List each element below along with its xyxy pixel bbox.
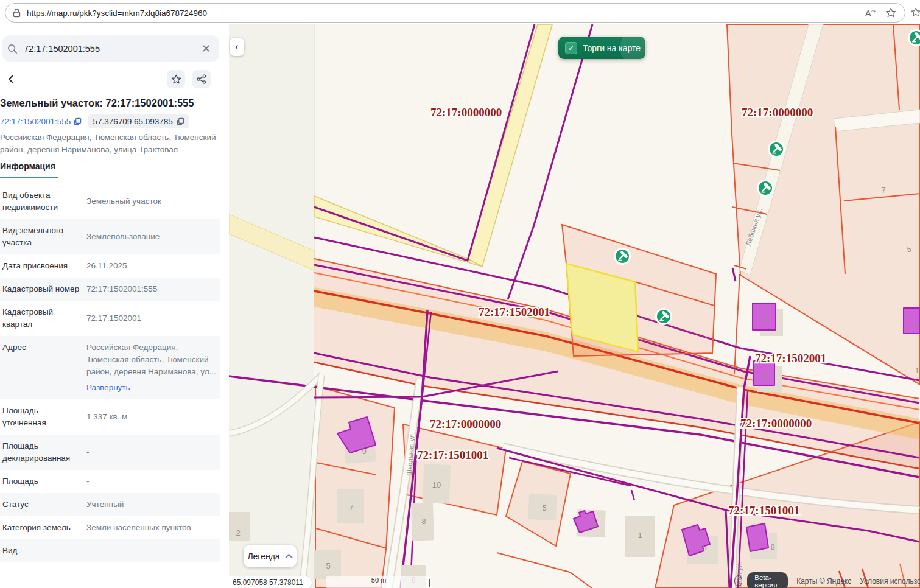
- browser-toolbar: https://map.ru/pkk?ysclid=mkm7xlq8ia6787…: [0, 0, 920, 25]
- table-row-address: АдресРоссийская Федерация, Тюменская обл…: [0, 336, 220, 399]
- attribution-bar: i Beta-версия Карты © Яндекс Условия исп…: [734, 574, 920, 588]
- share-icon: [197, 74, 206, 84]
- auction-marker[interactable]: [655, 308, 672, 325]
- url-text[interactable]: https://map.ru/pkk?ysclid=mkm7xlq8ia6787…: [27, 9, 865, 18]
- svg-text:2: 2: [762, 371, 767, 380]
- expand-address-link[interactable]: Развернуть: [86, 382, 217, 394]
- table-row: Кадастровый номер72:17:1502001:555: [0, 278, 220, 301]
- info-sidebar: 72:17:1502001:555 ✕: [0, 24, 229, 588]
- table-row: Вид земельного участкаЗемлепользование: [0, 219, 220, 254]
- legend-button[interactable]: Легенда: [244, 545, 297, 567]
- svg-text:72:17:1501001: 72:17:1501001: [728, 504, 799, 517]
- svg-text:72:17:0000000: 72:17:0000000: [430, 418, 501, 430]
- table-row: Площадь уточненная1 337 кв. м: [0, 399, 220, 435]
- table-row: СтатусУчтенный: [0, 493, 220, 516]
- svg-text:72:17:0000000: 72:17:0000000: [740, 417, 812, 430]
- read-aloud-icon[interactable]: A⤳: [865, 8, 876, 18]
- cadastral-map[interactable]: 7 5 1 4 2 3 9 10 7 8 5 2 6 5 3 1 5 8 Леб…: [229, 24, 920, 588]
- favorite-button[interactable]: [167, 70, 185, 88]
- svg-text:9: 9: [362, 447, 366, 456]
- svg-text:4: 4: [764, 315, 768, 324]
- svg-text:2: 2: [236, 528, 240, 537]
- cadastral-number-link[interactable]: 72:17:1502001:555: [0, 117, 82, 126]
- scale-label: 50 m: [371, 576, 386, 584]
- svg-text:8: 8: [770, 542, 774, 551]
- copy-icon[interactable]: [74, 117, 82, 125]
- address-bar[interactable]: https://map.ru/pkk?ysclid=mkm7xlq8ia6787…: [5, 3, 905, 23]
- auction-marker[interactable]: [757, 180, 774, 197]
- svg-text:5: 5: [702, 543, 706, 552]
- gavel-decor-icon: [620, 37, 645, 59]
- search-icon: [7, 44, 18, 54]
- auction-marker[interactable]: [768, 141, 785, 158]
- cursor-coordinates: 65.097058 57.378011: [229, 576, 312, 588]
- panel-actions: [2, 69, 219, 89]
- tab-information[interactable]: Информация: [0, 161, 55, 171]
- svg-text:1: 1: [637, 531, 642, 540]
- chevron-up-icon: [285, 553, 293, 559]
- auction-marker[interactable]: [614, 248, 631, 265]
- collapse-sidebar-button[interactable]: ‹: [230, 38, 244, 56]
- toolbar-star-icon[interactable]: [911, 7, 920, 18]
- copy-icon[interactable]: [177, 117, 184, 125]
- svg-text:5: 5: [326, 561, 330, 570]
- table-row: Площадь-: [0, 470, 220, 493]
- table-row: Вид объекта недвижимостиЗемельный участо…: [0, 184, 220, 219]
- search-value[interactable]: 72:17:1502001:555: [24, 44, 202, 54]
- svg-text:7: 7: [349, 503, 353, 512]
- terms-link[interactable]: Условия использования: [860, 577, 920, 586]
- svg-text:72:17:1502001: 72:17:1502001: [479, 306, 550, 318]
- svg-text:7: 7: [881, 186, 885, 195]
- table-row: Дата присвоения26.11.2025: [0, 254, 220, 278]
- svg-text:8: 8: [421, 517, 426, 526]
- search-input[interactable]: 72:17:1502001:555 ✕: [2, 35, 219, 62]
- checkbox-checked-icon: ✓: [565, 42, 577, 54]
- object-title: Земельный участок: 72:17:1502001:555: [0, 97, 224, 109]
- svg-text:3: 3: [913, 321, 918, 330]
- screen: https://map.ru/pkk?ysclid=mkm7xlq8ia6787…: [0, 0, 920, 588]
- svg-text:3: 3: [591, 519, 595, 528]
- svg-text:1: 1: [915, 366, 919, 375]
- legend-label: Легенда: [247, 551, 279, 561]
- coordinates-chip[interactable]: 57.376709 65.093785: [88, 114, 189, 128]
- table-row: Вид: [0, 539, 220, 562]
- info-table: Вид объекта недвижимостиЗемельный участо…: [0, 184, 220, 562]
- svg-text:5: 5: [542, 503, 546, 513]
- svg-text:5: 5: [907, 245, 911, 254]
- table-row: Кадастровый квартал72:17:1502001: [0, 301, 220, 336]
- svg-text:72:17:1502001: 72:17:1502001: [755, 352, 826, 365]
- svg-text:72:17:0000000: 72:17:0000000: [742, 106, 813, 119]
- map-attribution[interactable]: Карты © Яндекс: [796, 577, 851, 586]
- beta-badge: Beta-версия: [747, 572, 788, 588]
- map-canvas[interactable]: 7 5 1 4 2 3 9 10 7 8 5 2 6 5 3 1 5 8 Леб…: [229, 24, 920, 588]
- share-button[interactable]: [192, 70, 211, 88]
- torgi-toggle-button[interactable]: ✓ Торги на карте: [558, 37, 645, 59]
- svg-text:10: 10: [432, 480, 441, 489]
- object-address: Российская Федерация, Тюменская область,…: [0, 131, 220, 156]
- lock-icon: [13, 9, 21, 18]
- clear-search-icon[interactable]: ✕: [202, 42, 211, 55]
- table-row: Площадь декларированная-: [0, 435, 220, 470]
- info-icon[interactable]: i: [734, 575, 742, 587]
- back-icon[interactable]: [6, 74, 17, 85]
- scale-bar: 50 m: [326, 576, 431, 588]
- favorite-star-icon[interactable]: [885, 7, 896, 18]
- svg-text:72:17:1501001: 72:17:1501001: [417, 449, 488, 461]
- tab-divider: [0, 178, 229, 178]
- svg-text:72:17:0000000: 72:17:0000000: [430, 106, 502, 119]
- chips-row: 72:17:1502001:555 57.376709 65.093785: [0, 114, 189, 128]
- table-row: Категория земельЗемли населенных пунктов: [0, 516, 220, 539]
- star-icon: [171, 74, 181, 85]
- tabs: Информация: [0, 161, 229, 179]
